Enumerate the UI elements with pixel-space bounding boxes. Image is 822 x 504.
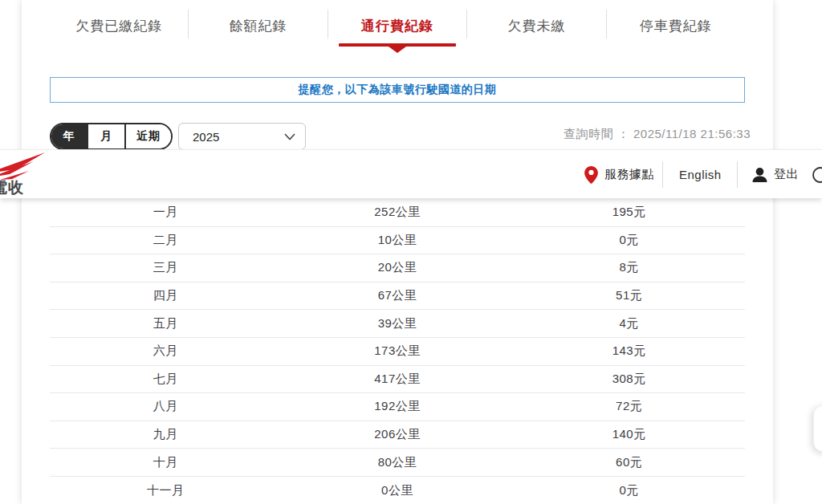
table-cell: 4元 <box>513 316 745 331</box>
nav-search[interactable] <box>809 150 822 199</box>
table-cell: 206公里 <box>282 427 514 442</box>
logo-text: 電收 <box>0 177 24 198</box>
tab-paid-arrears[interactable]: 欠費已繳紀錄 <box>50 6 188 45</box>
table-cell: 四月 <box>50 288 282 303</box>
table-cell: 140元 <box>513 427 745 442</box>
notice-banner: 提醒您，以下為該車號行駛國道的日期 <box>50 77 745 103</box>
tab-bar: 欠費已繳紀錄 餘額紀錄 通行費紀錄 欠費未繳 停車費紀錄 <box>50 6 745 45</box>
tab-label: 欠費已繳紀錄 <box>75 17 162 35</box>
segment-year[interactable]: 年 <box>51 124 87 148</box>
tab-label: 餘額紀錄 <box>230 17 287 35</box>
period-toggle: 年 月 近期 <box>50 123 173 150</box>
notice-text: 提醒您，以下為該車號行駛國道的日期 <box>299 83 497 97</box>
tab-parking-records[interactable]: 停車費紀錄 <box>607 6 745 45</box>
table-cell: 72元 <box>513 399 745 414</box>
query-time: 查詢時間 ： 2025/11/18 21:56:33 <box>564 127 751 142</box>
year-select[interactable]: 2025 <box>178 123 306 150</box>
table-row: 六月173公里143元 <box>50 338 745 366</box>
tab-label: 通行費紀錄 <box>361 17 433 35</box>
table-row: 八月192公里72元 <box>50 393 745 421</box>
search-icon <box>809 165 822 185</box>
nav-language[interactable]: English <box>679 150 722 199</box>
table-cell: 十一月 <box>50 483 282 498</box>
table-row: 三月20公里8元 <box>50 254 745 282</box>
table-cell: 192公里 <box>282 399 514 414</box>
table-row: 二月10公里0元 <box>50 227 745 255</box>
chevron-down-icon <box>284 133 295 140</box>
nav-divider <box>662 161 663 188</box>
logout-label: 登出 <box>774 167 799 182</box>
service-locations-label: 服務據點 <box>604 167 654 182</box>
nav-logout[interactable]: 登出 <box>752 150 799 199</box>
active-tab-pointer-icon <box>389 47 406 53</box>
floating-widget[interactable] <box>813 405 822 452</box>
table-cell: 39公里 <box>282 316 514 331</box>
table-cell: 80公里 <box>282 455 514 470</box>
table-cell: 173公里 <box>282 343 514 359</box>
table-cell: 一月 <box>50 205 282 220</box>
table-row: 一月252公里195元 <box>50 199 745 227</box>
query-time-value: 2025/11/18 21:56:33 <box>633 127 751 140</box>
logo-swoosh-icon <box>0 152 48 180</box>
tab-balance-records[interactable]: 餘額紀錄 <box>189 6 327 45</box>
nav-service-locations[interactable]: 服務據點 <box>584 150 654 199</box>
table-row: 五月39公里4元 <box>50 310 745 338</box>
table-cell: 60元 <box>513 455 745 470</box>
table-cell: 三月 <box>50 260 282 275</box>
table-cell: 0元 <box>513 233 745 248</box>
table-row: 十一月0公里0元 <box>50 477 745 504</box>
person-icon <box>752 168 767 182</box>
table-cell: 0公里 <box>282 483 514 498</box>
table-cell: 0元 <box>513 483 745 498</box>
table-cell: 143元 <box>513 343 745 359</box>
table-cell: 九月 <box>50 427 282 442</box>
table-cell: 八月 <box>50 399 282 414</box>
table-cell: 五月 <box>50 316 282 331</box>
year-select-value: 2025 <box>193 130 284 144</box>
table-row: 九月206公里140元 <box>50 421 745 449</box>
toll-table-body: 一月252公里195元二月10公里0元三月20公里8元四月67公里51元五月39… <box>50 199 745 504</box>
top-navbar: 電收 服務據點 English 登出 <box>0 149 822 198</box>
nav-divider <box>737 161 738 188</box>
query-time-label: 查詢時間 ： <box>564 127 629 140</box>
table-row: 十月80公里60元 <box>50 449 745 477</box>
fetc-logo[interactable]: 電收 <box>0 150 56 199</box>
table-cell: 20公里 <box>282 260 514 275</box>
segment-month[interactable]: 月 <box>87 124 124 148</box>
toll-records-panel: 欠費已繳紀錄 餘額紀錄 通行費紀錄 欠費未繳 停車費紀錄 提醒您，以下為該車號行… <box>22 0 773 504</box>
table-cell: 二月 <box>50 233 282 248</box>
table-cell: 195元 <box>513 205 745 220</box>
table-cell: 十月 <box>50 455 282 470</box>
tab-label: 停車費紀錄 <box>640 17 712 35</box>
table-cell: 308元 <box>513 372 745 387</box>
segment-recent[interactable]: 近期 <box>124 124 171 148</box>
table-cell: 51元 <box>513 288 745 303</box>
tab-label: 欠費未繳 <box>507 17 565 35</box>
table-cell: 252公里 <box>282 205 514 220</box>
toll-table: 一月252公里195元二月10公里0元三月20公里8元四月67公里51元五月39… <box>50 199 745 504</box>
tab-toll-records[interactable]: 通行費紀錄 <box>328 6 466 45</box>
table-cell: 10公里 <box>282 233 514 248</box>
table-row: 七月417公里308元 <box>50 366 745 394</box>
tab-unpaid-arrears[interactable]: 欠費未繳 <box>467 6 605 45</box>
table-cell: 417公里 <box>282 372 514 387</box>
table-cell: 六月 <box>50 343 282 359</box>
table-cell: 8元 <box>513 260 745 275</box>
table-row: 四月67公里51元 <box>50 282 745 311</box>
location-pin-icon <box>584 166 598 184</box>
language-label: English <box>679 168 722 181</box>
table-cell: 67公里 <box>282 288 514 303</box>
table-cell: 七月 <box>50 372 282 387</box>
